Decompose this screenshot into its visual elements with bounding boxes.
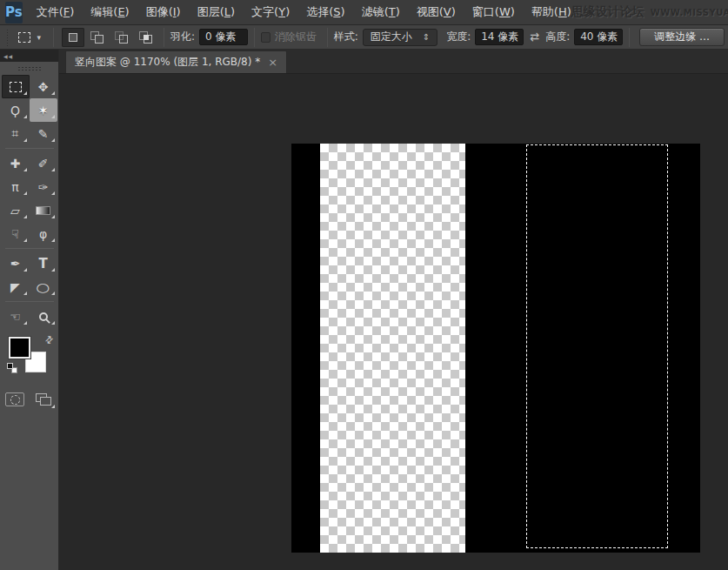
- new-selection-icon: [69, 33, 77, 42]
- document-tab[interactable]: 竖向图案 @ 1170% (图层 1, RGB/8) * ×: [65, 50, 287, 73]
- tool-buttons: ✥Ϙ✶⌗✎✚✐π✑▱☟φ✒T◤○☜: [0, 75, 58, 328]
- height-label: 高度:: [545, 30, 570, 44]
- width-label: 宽度:: [446, 30, 471, 44]
- menu-h[interactable]: 帮助(H): [531, 4, 571, 20]
- menu-bar: Ps 文件(F)编辑(E)图像(I)图层(L)文字(Y)选择(S)滤镜(T)视图…: [0, 0, 728, 25]
- pen-tool-icon: ✒: [10, 257, 21, 271]
- height-input[interactable]: 40 像素: [574, 29, 623, 45]
- document-tab-bar: 竖向图案 @ 1170% (图层 1, RGB/8) * ×: [59, 50, 728, 74]
- options-grip[interactable]: [6, 29, 10, 46]
- menu-e[interactable]: 编辑(E): [90, 4, 129, 20]
- style-dropdown-value: 固定大小: [371, 30, 412, 44]
- menu-v[interactable]: 视图(V): [417, 4, 456, 20]
- gradient-tool[interactable]: [30, 198, 57, 222]
- brush-tool[interactable]: ✐: [30, 151, 57, 175]
- move-tool-icon: ✥: [38, 80, 49, 94]
- quick-mask-mode-button[interactable]: [5, 392, 24, 406]
- type-tool[interactable]: T: [30, 251, 57, 275]
- history-brush-tool[interactable]: ✑: [30, 175, 57, 198]
- magic-wand-tool[interactable]: ✶: [30, 98, 57, 122]
- separator: [53, 28, 54, 47]
- antialias-checkbox[interactable]: [261, 32, 270, 43]
- ellipse-tool[interactable]: ○: [30, 275, 57, 298]
- menu-t[interactable]: 滤镜(T): [362, 4, 400, 20]
- transparent-checker-stripe: [320, 144, 465, 553]
- style-dropdown[interactable]: 固定大小 ⇕: [363, 29, 437, 46]
- default-colors-icon[interactable]: [7, 363, 17, 373]
- tool-preset-caret-icon: ▾: [37, 33, 41, 42]
- menu-items: 文件(F)编辑(E)图像(I)图层(L)文字(Y)选择(S)滤镜(T)视图(V)…: [37, 4, 571, 20]
- spot-healing-brush-tool[interactable]: ✚: [2, 151, 30, 175]
- add-to-selection-button[interactable]: [86, 28, 109, 47]
- tool-group-divider: [5, 248, 54, 249]
- move-tool[interactable]: ✥: [30, 75, 57, 98]
- screen-mode-button[interactable]: [35, 392, 54, 406]
- spot-healing-brush-tool-icon: ✚: [10, 157, 21, 171]
- gradient-tool-icon: [36, 206, 50, 215]
- foreground-color-swatch[interactable]: [9, 337, 30, 359]
- crop-tool[interactable]: ⌗: [2, 122, 30, 145]
- panel-bottom-buttons: [0, 392, 58, 406]
- tool-group-divider: [5, 148, 54, 149]
- type-tool-icon: T: [38, 256, 47, 272]
- lasso-tool[interactable]: Ϙ: [2, 98, 30, 122]
- menu-w[interactable]: 窗口(W): [472, 4, 515, 20]
- menu-f[interactable]: 文件(F): [37, 4, 75, 20]
- crop-tool-icon: ⌗: [12, 126, 19, 141]
- color-swatches: ⇄: [3, 335, 56, 380]
- swap-colors-icon[interactable]: ⇄: [43, 333, 57, 347]
- eraser-tool[interactable]: ▱: [2, 198, 30, 222]
- magic-wand-tool-icon: ✶: [38, 104, 49, 117]
- smudge-tool[interactable]: ☟: [2, 222, 30, 245]
- panel-collapse-button[interactable]: ◀◀: [0, 50, 58, 62]
- clone-stamp-tool[interactable]: π: [2, 175, 30, 198]
- clone-stamp-tool-icon: π: [11, 180, 18, 194]
- smudge-tool-icon: ☟: [11, 227, 19, 241]
- width-input[interactable]: 14 像素: [475, 29, 524, 45]
- separator: [629, 28, 630, 47]
- collapse-arrows-icon: ◀◀: [3, 53, 13, 59]
- refine-edge-button[interactable]: 调整边缘 …: [639, 28, 725, 46]
- watermark-site-name: 思缘设计论坛: [571, 4, 645, 20]
- eraser-tool-icon: ▱: [10, 204, 20, 218]
- photoshop-window: Ps 文件(F)编辑(E)图像(I)图层(L)文字(Y)选择(S)滤镜(T)视图…: [0, 0, 728, 570]
- eyedropper-tool[interactable]: ✎: [30, 122, 57, 145]
- tools-panel: ◀◀ ✥Ϙ✶⌗✎✚✐π✑▱☟φ✒T◤○☜ ⇄: [0, 50, 59, 570]
- selection-marquee: [526, 144, 668, 548]
- swap-dimensions-icon[interactable]: ⇄: [530, 30, 539, 44]
- menu-y[interactable]: 文字(Y): [251, 4, 290, 20]
- menu-s[interactable]: 选择(S): [306, 4, 344, 20]
- lasso-tool-icon: Ϙ: [10, 104, 20, 117]
- subtract-from-selection-button[interactable]: [110, 28, 133, 47]
- watermark-site-url: WWW.MISSYUAN.COM: [651, 8, 728, 17]
- hand-tool[interactable]: ☜: [2, 305, 30, 328]
- tool-preset-picker[interactable]: ▾: [12, 27, 47, 48]
- pen-tool[interactable]: ✒: [2, 251, 30, 275]
- document-tab-title: 竖向图案 @ 1170% (图层 1, RGB/8) *: [75, 55, 260, 70]
- intersect-selection-button[interactable]: [135, 28, 157, 47]
- tab-close-icon[interactable]: ×: [268, 57, 277, 68]
- ellipse-tool-icon: ○: [37, 280, 50, 294]
- history-brush-tool-icon: ✑: [38, 180, 49, 194]
- canvas[interactable]: [291, 144, 700, 553]
- watermark: 思缘设计论坛 WWW.MISSYUAN.COM: [571, 4, 728, 20]
- zoom-tool[interactable]: [30, 305, 57, 328]
- pasteboard: [59, 74, 728, 570]
- selection-mode-group: [62, 28, 157, 47]
- path-selection-tool-icon: ◤: [10, 280, 20, 294]
- menu-i[interactable]: 图像(I): [146, 4, 181, 20]
- panel-grip-handle[interactable]: [17, 66, 42, 71]
- options-bar: ▾ 羽化: 0 像素 消除锯齿: [0, 25, 728, 50]
- dodge-tool[interactable]: φ: [30, 222, 57, 245]
- tool-group-divider: [5, 301, 54, 302]
- dodge-tool-icon: φ: [39, 227, 47, 241]
- menu-l[interactable]: 图层(L): [197, 4, 235, 20]
- tool-preset-marquee-icon: [18, 32, 30, 43]
- new-selection-button[interactable]: [62, 28, 84, 47]
- feather-label: 羽化:: [170, 30, 195, 44]
- feather-input[interactable]: 0 像素: [199, 29, 248, 45]
- path-selection-tool[interactable]: ◤: [2, 275, 30, 298]
- rectangular-marquee-tool[interactable]: [2, 75, 30, 98]
- separator: [254, 28, 255, 47]
- style-label: 样式:: [334, 30, 358, 44]
